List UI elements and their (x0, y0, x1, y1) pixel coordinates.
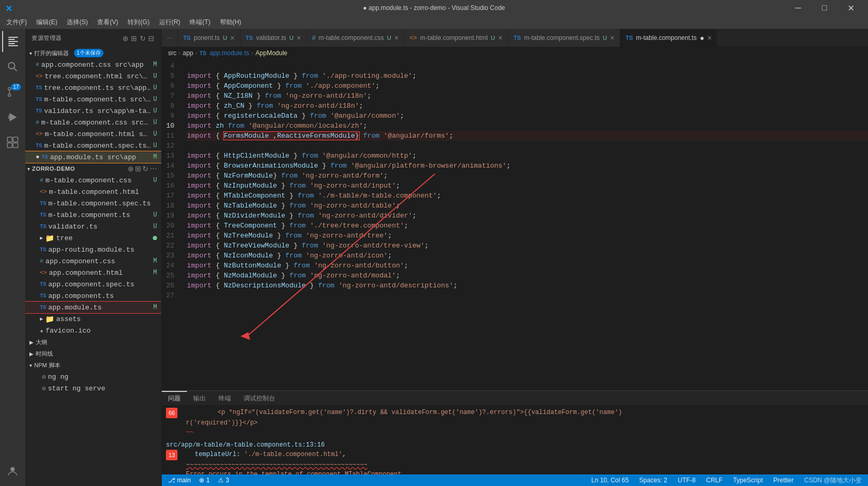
outline-header[interactable]: ▶ 大纲 (25, 336, 161, 348)
open-file-app-module[interactable]: ● TS app.module.ts src\app M (25, 151, 161, 163)
npm-start[interactable]: ⚙ start ng serve (25, 382, 161, 394)
tab-close-btn[interactable]: × (297, 34, 301, 42)
open-file-tree-ts[interactable]: TS tree.component.ts src\app\tree U (25, 82, 161, 94)
panel-tab-output[interactable]: 输出 (187, 391, 212, 406)
activity-explorer[interactable] (2, 31, 23, 52)
svg-point-4 (8, 88, 11, 90)
npm-ng[interactable]: ⚙ ng ng (25, 371, 161, 382)
activity-account[interactable] (2, 461, 23, 482)
file-validator[interactable]: TS validator.ts U (25, 221, 161, 232)
tab-close-btn[interactable]: × (394, 34, 399, 42)
maximize-button[interactable]: □ (812, 0, 836, 16)
folder-assets[interactable]: ▶ 📁 assets (25, 313, 161, 325)
file-app-html[interactable]: <> app.component.html M (25, 267, 161, 278)
menu-terminal[interactable]: 终端(T) (185, 17, 214, 28)
activity-search[interactable] (2, 56, 23, 77)
refresh-icon[interactable]: ↻ (140, 34, 147, 43)
html-icon: <> (36, 73, 43, 79)
tab-validator[interactable]: TS validator.ts U × (240, 29, 307, 47)
more-btn[interactable]: ⋯ (150, 164, 157, 173)
npm-header[interactable]: ▾ NPM 脚本 (25, 359, 161, 371)
tab-dots[interactable]: ··· (162, 29, 178, 47)
panel-tab-terminal[interactable]: 终端 (212, 391, 237, 406)
tab-component-ts[interactable]: TS ponent.ts U × (178, 29, 240, 47)
file-app-component-ts[interactable]: TS app.component.ts (25, 290, 161, 302)
tab-mtable-css[interactable]: # m-table.component.css U × (307, 29, 404, 47)
new-file-icon[interactable]: ⊕ (122, 34, 129, 43)
tab-close-btn-active[interactable]: × (707, 34, 712, 42)
panel-line-r: r('required')}}</p> (166, 418, 864, 428)
panel-tab-problems[interactable]: 问题 (162, 391, 187, 406)
open-file-tree-html[interactable]: <> tree.component.html src\app\tree U (25, 70, 161, 82)
status-spaces[interactable]: Spaces: 2 (637, 477, 669, 484)
svg-point-0 (8, 63, 15, 69)
line-19: import { NzTreeModule } from 'ng-zorro-a… (187, 232, 392, 240)
tab-mtable-spec[interactable]: TS m-table.component.spec.ts U × (508, 29, 620, 47)
refresh-btn[interactable]: ↻ (142, 164, 149, 173)
minimize-button[interactable]: ─ (786, 0, 810, 16)
status-branch[interactable]: ⎇ main (166, 477, 193, 484)
timeline-header[interactable]: ▶ 时间线 (25, 348, 161, 359)
file-app-module[interactable]: TS app.module.ts M (25, 302, 161, 313)
collapse-icon[interactable]: ⊟ (148, 34, 155, 43)
bc-src[interactable]: src (168, 49, 176, 57)
zorro-demo-header[interactable]: ▾ ZORRO-DEMO ⊕ ⊞ ↻ ⋯ (25, 163, 161, 174)
open-file-mtable-spec[interactable]: TS m-table.component.spec.ts src\app\m-t… (25, 140, 161, 151)
code-editor[interactable]: import { AppRoutingModule } from './app-… (183, 59, 868, 390)
bc-app[interactable]: app (183, 49, 193, 57)
bc-class[interactable]: AppModule (256, 49, 288, 57)
open-editors-header[interactable]: ▾ 打开的编辑器 1个未保存 (25, 47, 161, 59)
activity-source-control[interactable]: 17 (2, 81, 23, 102)
tab-close-btn[interactable]: × (498, 34, 503, 42)
file-mtable-spec[interactable]: TS m-table.component.spec.ts (25, 198, 161, 209)
menu-file[interactable]: 文件(F) (2, 17, 31, 28)
tabs-bar: ··· TS ponent.ts U × TS validator.ts U ×… (162, 29, 868, 47)
status-errors[interactable]: ⊗ 1 (197, 477, 212, 484)
folder-tree[interactable]: ▶ 📁 tree (25, 232, 161, 244)
line-8: import { registerLocaleData } from '@ang… (187, 112, 404, 120)
tab-validator-label: validator.ts (256, 34, 286, 42)
status-position[interactable]: Ln 10, Col 65 (589, 477, 631, 484)
status-formatter[interactable]: Prettier (771, 477, 796, 484)
status-warnings[interactable]: ⚠ 3 (216, 477, 231, 484)
panel-tab-debug[interactable]: 调试控制台 (237, 391, 281, 406)
tab-close-btn[interactable]: × (230, 34, 234, 42)
close-button[interactable]: ✕ (839, 0, 863, 16)
file-mtable-html[interactable]: <> m-table.component.html (25, 186, 161, 198)
new-file-btn[interactable]: ⊕ (128, 164, 134, 173)
file-mtable-css[interactable]: # m-table.component.css U (25, 174, 161, 186)
zorro-demo-section: ▾ ZORRO-DEMO ⊕ ⊞ ↻ ⋯ # m-table.component… (25, 163, 161, 336)
activity-extensions[interactable] (2, 132, 23, 153)
open-file-mtable-html[interactable]: <> m-table.component.html src\app\m-tabl… (25, 128, 161, 140)
file-app-css[interactable]: # app.component.css M (25, 255, 161, 267)
open-file-mtable-ts[interactable]: TS m-table.component.ts src\app\m-table … (25, 94, 161, 105)
folder-icon: 📁 (45, 234, 54, 243)
editor-area: ··· TS ponent.ts U × TS validator.ts U ×… (162, 29, 868, 486)
file-app-routing[interactable]: TS app-routing.module.ts (25, 244, 161, 255)
status-encoding[interactable]: UTF-8 (676, 477, 698, 484)
file-favicon[interactable]: ★ favicon.ico (25, 325, 161, 336)
bc-file[interactable]: TS app.module.ts (200, 49, 249, 57)
status-language[interactable]: TypeScript (731, 477, 765, 484)
menu-goto[interactable]: 转到(G) (123, 17, 153, 28)
menu-view[interactable]: 查看(V) (93, 17, 122, 28)
menu-edit[interactable]: 编辑(E) (32, 17, 61, 28)
status-eol[interactable]: CRLF (704, 477, 725, 484)
editor-content[interactable]: 4 5 6 7 8 9 10 11 12 13 14 15 16 17 18 1… (162, 59, 868, 390)
vscode-icon: ✕ (5, 4, 14, 12)
menu-run[interactable]: 运行(R) (155, 17, 185, 28)
tab-mtable-html[interactable]: <> m-table.component.html U × (404, 29, 508, 47)
new-folder-icon[interactable]: ⊞ (131, 34, 138, 43)
tab-app-module-label: m-table.component.ts (636, 34, 696, 42)
file-app-spec[interactable]: TS app.component.spec.ts (25, 278, 161, 290)
open-file-validator[interactable]: TS validator.ts src\app\m-table U (25, 105, 161, 117)
menu-select[interactable]: 选择(S) (62, 17, 92, 28)
file-mtable-ts[interactable]: TS m-table.component.ts U (25, 209, 161, 221)
menu-help[interactable]: 帮助(H) (216, 17, 246, 28)
activity-run-debug[interactable] (2, 107, 23, 128)
tab-app-module[interactable]: TS m-table.component.ts ● × (620, 29, 717, 47)
open-file-mtable-css[interactable]: # m-table.component.css src\app\m-table … (25, 117, 161, 128)
new-folder-btn[interactable]: ⊞ (135, 164, 141, 173)
tab-close-btn[interactable]: × (610, 34, 614, 42)
open-file-app-css[interactable]: # app.component.css src\app M (25, 59, 161, 70)
